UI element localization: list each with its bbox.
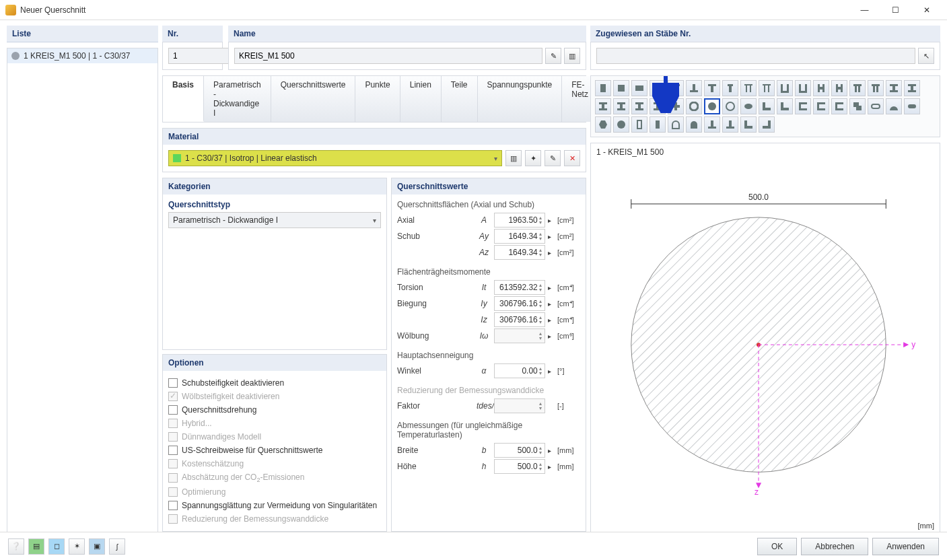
shape-c3-icon[interactable] bbox=[831, 98, 847, 114]
Iz-input[interactable]: 306796.16 ▴ ▾ bbox=[494, 312, 545, 327]
svg-rect-14 bbox=[656, 120, 660, 129]
shape-l3-icon[interactable] bbox=[740, 116, 757, 133]
shape-t4-icon[interactable] bbox=[722, 80, 738, 96]
shape-h-icon[interactable] bbox=[813, 80, 829, 96]
shape-h2-icon[interactable] bbox=[831, 80, 847, 96]
assigned-pick-button[interactable]: ↖ bbox=[918, 48, 934, 64]
tab-linien[interactable]: Linien bbox=[400, 76, 442, 122]
It-input[interactable]: 613592.32 ▴ ▾ bbox=[494, 280, 545, 295]
shape-i5-icon[interactable] bbox=[631, 98, 647, 114]
window-title: Neuer Querschnitt bbox=[20, 5, 85, 15]
tab-spannungspunkte[interactable]: Spannungspunkte bbox=[478, 76, 563, 122]
values-header: Querschnittswerte bbox=[392, 178, 586, 195]
alpha-input[interactable]: 0.00 ▴ ▾ bbox=[494, 363, 545, 378]
shape-arch2-icon[interactable] bbox=[668, 116, 684, 133]
shape-rect2-icon[interactable] bbox=[613, 80, 629, 96]
h-input[interactable]: 500.0 ▴ ▾ bbox=[494, 459, 545, 474]
apply-button[interactable]: Anwenden bbox=[872, 538, 939, 555]
shape-i4-icon[interactable] bbox=[613, 98, 629, 114]
nr-label: Nr. bbox=[162, 26, 223, 42]
close-button[interactable]: ✕ bbox=[911, 1, 942, 20]
material-swatch-icon bbox=[173, 154, 181, 162]
shape-l2-icon[interactable] bbox=[777, 98, 793, 114]
shape-obround-icon[interactable] bbox=[868, 98, 884, 114]
A-input[interactable]: 1963.50 ▴ ▾ bbox=[494, 213, 545, 228]
shape-x-icon[interactable] bbox=[668, 98, 684, 114]
shape-ellipse-icon[interactable] bbox=[740, 98, 757, 114]
material-edit-button[interactable]: ✎ bbox=[545, 150, 561, 166]
shape-i3-icon[interactable] bbox=[595, 98, 611, 114]
shape-arch-icon[interactable] bbox=[886, 98, 902, 114]
assigned-input[interactable] bbox=[596, 48, 915, 64]
shape-arch3-icon[interactable] bbox=[686, 116, 702, 133]
name-input[interactable] bbox=[234, 48, 542, 64]
material-lib-button[interactable]: ▥ bbox=[505, 150, 522, 166]
opt-kosten-checkbox bbox=[168, 459, 178, 468]
Iy-input[interactable]: 306796.16 ▴ ▾ bbox=[494, 296, 545, 311]
shape-t-icon[interactable] bbox=[668, 80, 684, 96]
opt-schub-checkbox[interactable] bbox=[168, 378, 178, 388]
tab-querschnittswerte[interactable]: Querschnittswerte bbox=[271, 76, 356, 122]
f5-button[interactable]: ∫ bbox=[109, 538, 125, 555]
shape-ring2-icon[interactable] bbox=[722, 98, 738, 114]
shape-i-icon[interactable] bbox=[886, 80, 902, 96]
shape-l4-icon[interactable] bbox=[759, 116, 775, 133]
maximize-button[interactable]: ☐ bbox=[880, 1, 911, 20]
b-input[interactable]: 500.0 ▴ ▾ bbox=[494, 443, 545, 458]
f4-button[interactable]: ▣ bbox=[89, 538, 105, 555]
minimize-button[interactable]: — bbox=[849, 1, 880, 20]
shape-tube2-icon[interactable] bbox=[650, 116, 666, 133]
Ay-input[interactable]: 1649.34 ▴ ▾ bbox=[494, 229, 545, 244]
f1-button[interactable]: ▤ bbox=[28, 538, 44, 555]
material-select[interactable]: 1 - C30/37 | Isotrop | Linear elastisch bbox=[168, 150, 502, 166]
shape-tt2-icon[interactable] bbox=[759, 80, 775, 96]
shape-l-icon[interactable] bbox=[759, 98, 775, 114]
shape-tube-icon[interactable] bbox=[631, 116, 647, 133]
shape-i6-icon[interactable] bbox=[650, 98, 666, 114]
shape-pi-icon[interactable] bbox=[849, 80, 866, 96]
list-item[interactable]: 1 KREIS_M1 500 | 1 - C30/37 bbox=[7, 48, 157, 63]
f2-button[interactable]: ◻ bbox=[48, 538, 65, 555]
shape-square-icon[interactable] bbox=[631, 80, 647, 96]
shape-u-icon[interactable] bbox=[777, 80, 793, 96]
shape-t3-icon[interactable] bbox=[704, 80, 720, 96]
shape-pi2-icon[interactable] bbox=[868, 80, 884, 96]
cancel-button[interactable]: Abbrechen bbox=[801, 538, 868, 555]
tab-teile[interactable]: Teile bbox=[442, 76, 478, 122]
library-button[interactable]: ▥ bbox=[564, 48, 580, 64]
shape-c2-icon[interactable] bbox=[813, 98, 829, 114]
f3-button[interactable]: ✶ bbox=[69, 538, 85, 555]
material-new-button[interactable]: ✦ bbox=[525, 150, 541, 166]
opt-drehung-checkbox[interactable] bbox=[168, 405, 178, 415]
shape-obround2-icon[interactable] bbox=[904, 98, 920, 114]
shape-frame-icon[interactable] bbox=[650, 80, 666, 96]
shape-ring-icon[interactable] bbox=[686, 98, 702, 114]
tab-punkte[interactable]: Punkte bbox=[355, 76, 400, 122]
Az-input[interactable]: 1649.34 ▴ ▾ bbox=[494, 245, 545, 260]
shape-circle-icon[interactable] bbox=[704, 98, 720, 114]
help-button[interactable]: ❔ bbox=[8, 538, 24, 555]
shape-solid-circle2-icon[interactable] bbox=[613, 116, 629, 133]
shape-tt-icon[interactable] bbox=[740, 80, 757, 96]
opt-spannung-checkbox[interactable] bbox=[168, 501, 178, 510]
shape-lt2-icon[interactable] bbox=[722, 116, 738, 133]
section-list[interactable]: 1 KREIS_M1 500 | 1 - C30/37 bbox=[7, 48, 158, 556]
shape-rect-icon[interactable] bbox=[595, 80, 611, 96]
shape-t2-icon[interactable] bbox=[686, 80, 702, 96]
tab-basis[interactable]: Basis bbox=[163, 76, 204, 122]
shape-c-icon[interactable] bbox=[795, 98, 811, 114]
material-delete-button[interactable]: ✕ bbox=[564, 150, 580, 166]
app-icon bbox=[5, 5, 16, 15]
tab-parametrisch[interactable]: Parametrisch - Dickwandige I bbox=[204, 76, 271, 122]
circle-icon bbox=[11, 52, 20, 60]
shape-i2-icon[interactable] bbox=[904, 80, 920, 96]
opt-us-checkbox[interactable] bbox=[168, 446, 178, 455]
ok-button[interactable]: OK bbox=[757, 538, 797, 555]
shape-hex-icon[interactable] bbox=[595, 116, 611, 133]
shape-lt-icon[interactable] bbox=[704, 116, 720, 133]
preview-area[interactable]: 1 - KREIS_M1 500 500.0 bbox=[590, 143, 940, 533]
querschnitttyp-select[interactable]: Parametrisch - Dickwandige I bbox=[168, 212, 381, 228]
shape-u2-icon[interactable] bbox=[795, 80, 811, 96]
edit-name-button[interactable]: ✎ bbox=[545, 48, 561, 64]
shape-z-icon[interactable] bbox=[849, 98, 866, 114]
